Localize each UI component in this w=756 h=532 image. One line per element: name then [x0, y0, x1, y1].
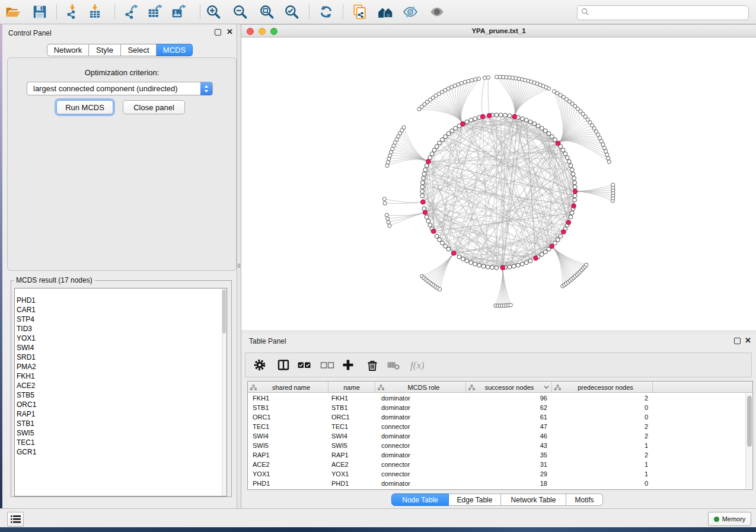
table-row-SWI4[interactable]: SWI4SWI4dominator462 — [248, 431, 746, 441]
network-hub-node[interactable] — [566, 220, 571, 225]
network-node[interactable] — [490, 265, 495, 270]
table-tab-edge-table[interactable]: Edge Table — [449, 493, 501, 506]
panel-splitter[interactable] — [237, 24, 241, 508]
network-node[interactable] — [540, 126, 544, 130]
tab-network[interactable]: Network — [47, 44, 89, 56]
mcds-result-list[interactable]: PHD1CAR1STP4TID3YOX1SWI4SRD1PMA2FKH1ACE2… — [14, 288, 227, 496]
network-node[interactable] — [454, 126, 458, 130]
network-leaf-node[interactable] — [553, 89, 556, 93]
mcds-result-node[interactable]: PHD1 — [15, 296, 227, 305]
network-node[interactable] — [461, 257, 465, 261]
show-hidden-panels-button[interactable] — [7, 512, 24, 527]
export-network-button[interactable] — [122, 4, 139, 21]
hide-eye-button[interactable] — [401, 4, 419, 21]
import-network-button[interactable] — [63, 4, 81, 21]
optimization-criterion-select[interactable]: largest connected component (undirected) — [27, 82, 213, 95]
mcds-result-node[interactable]: STB1 — [15, 419, 227, 428]
network-node[interactable] — [572, 177, 576, 181]
splitter-grabber[interactable] — [238, 264, 240, 268]
network-leaf-node[interactable] — [385, 213, 388, 217]
network-node[interactable] — [528, 259, 532, 263]
network-leaf-node[interactable] — [495, 75, 499, 79]
network-node[interactable] — [508, 114, 512, 118]
table-tab-network-table[interactable]: Network Table — [501, 493, 566, 506]
zoom-selected-button[interactable] — [283, 4, 301, 21]
network-node[interactable] — [446, 132, 451, 136]
home-button[interactable] — [377, 4, 394, 21]
network-node[interactable] — [540, 252, 544, 257]
table-row-SWI5[interactable]: SWI5SWI5connector431 — [248, 441, 746, 450]
network-node[interactable] — [524, 261, 528, 265]
network-hub-node[interactable] — [534, 256, 538, 261]
network-node[interactable] — [425, 215, 429, 219]
mcds-result-node[interactable]: TID3 — [15, 324, 227, 334]
network-node[interactable] — [428, 223, 432, 227]
network-node[interactable] — [420, 190, 425, 194]
network-node[interactable] — [446, 247, 451, 251]
network-node[interactable] — [512, 264, 516, 268]
zoom-in-button[interactable] — [205, 4, 222, 21]
float-panel-icon[interactable] — [215, 29, 221, 36]
network-node[interactable] — [567, 159, 571, 164]
network-node[interactable] — [571, 172, 575, 176]
network-leaf-node[interactable] — [417, 107, 421, 111]
network-node[interactable] — [503, 113, 508, 117]
network-node[interactable] — [457, 255, 461, 259]
network-node[interactable] — [465, 259, 469, 263]
table-row-FKH1[interactable]: FKH1FKH1dominator962 — [248, 393, 746, 403]
delete-column-button[interactable] — [365, 358, 380, 373]
zoom-out-button[interactable] — [231, 4, 249, 21]
table-row-ACE2[interactable]: ACE2ACE2connector311 — [248, 460, 746, 469]
network-node[interactable] — [444, 244, 448, 248]
network-leaf-node[interactable] — [585, 263, 588, 267]
network-node[interactable] — [422, 172, 426, 176]
network-node[interactable] — [420, 194, 425, 198]
network-node[interactable] — [430, 152, 434, 156]
column-visibility-button[interactable] — [276, 358, 291, 373]
network-node[interactable] — [547, 132, 551, 136]
network-node[interactable] — [536, 124, 540, 128]
network-hub-node[interactable] — [451, 251, 456, 256]
table-row-RAP1[interactable]: RAP1RAP1dominator352 — [248, 450, 746, 460]
close-panel-icon[interactable]: ✕ — [227, 28, 233, 36]
network-leaf-node[interactable] — [486, 76, 490, 79]
network-hub-node[interactable] — [487, 113, 492, 118]
network-hub-node[interactable] — [431, 229, 436, 234]
column-header-predecessor-nodes[interactable]: predecessor nodes — [552, 382, 653, 393]
mcds-result-node[interactable]: STP4 — [15, 315, 227, 324]
network-hub-node[interactable] — [421, 200, 426, 204]
export-table-button[interactable] — [146, 4, 164, 21]
network-leaf-node[interactable] — [385, 164, 389, 168]
network-hub-node[interactable] — [550, 244, 554, 249]
mcds-list-scrollbar[interactable] — [222, 289, 227, 496]
close-table-panel-icon[interactable]: ✕ — [745, 336, 751, 345]
network-hub-node[interactable] — [573, 189, 578, 194]
network-node[interactable] — [486, 265, 490, 269]
network-node[interactable] — [495, 113, 499, 117]
network-node[interactable] — [573, 198, 577, 202]
select-all-checks-button[interactable] — [296, 358, 312, 373]
network-node[interactable] — [441, 241, 445, 245]
network-leaf-node[interactable] — [383, 201, 387, 205]
network-node[interactable] — [465, 120, 469, 124]
network-canvas[interactable] — [241, 38, 756, 330]
column-header-name[interactable]: name — [328, 382, 375, 393]
mcds-result-node[interactable]: CAR1 — [15, 305, 227, 315]
show-eye-button[interactable] — [428, 4, 446, 21]
column-header-MCDS-role[interactable]: MCDS role — [375, 382, 466, 393]
mcds-result-node[interactable]: FKH1 — [15, 371, 227, 381]
network-node[interactable] — [450, 129, 454, 133]
import-table-button[interactable] — [86, 4, 104, 21]
float-table-panel-icon[interactable] — [734, 338, 741, 344]
network-node[interactable] — [524, 118, 528, 122]
network-node[interactable] — [553, 137, 557, 142]
network-leaf-node[interactable] — [387, 157, 391, 161]
tab-mcds[interactable]: MCDS — [157, 44, 193, 56]
search-input[interactable] — [592, 9, 748, 17]
run-mcds-button[interactable]: Run MCDS — [56, 100, 113, 114]
mcds-result-node[interactable]: PMA2 — [15, 362, 227, 371]
network-node[interactable] — [508, 265, 512, 269]
network-node[interactable] — [543, 129, 547, 133]
mcds-result-node[interactable]: SWI4 — [15, 343, 227, 352]
network-node[interactable] — [573, 185, 577, 189]
